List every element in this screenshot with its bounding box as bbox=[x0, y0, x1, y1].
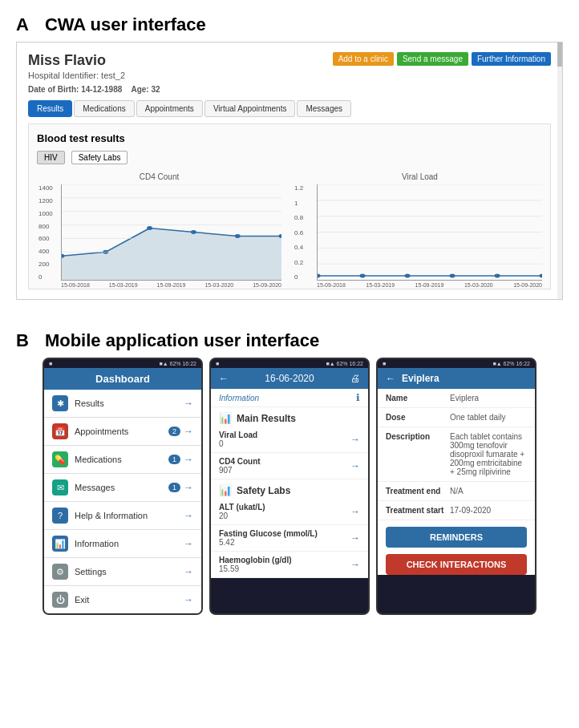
scrollbar[interactable] bbox=[557, 42, 562, 299]
add-to-clinic-button[interactable]: Add to a clinic bbox=[333, 52, 394, 66]
name-value: Eviplera bbox=[450, 394, 527, 402]
med-dose-row: Dose One tablet daily bbox=[378, 408, 535, 427]
sub-tabs: HIV Safety Labs bbox=[37, 151, 542, 164]
patient-name: Miss Flavio bbox=[28, 52, 125, 69]
phone2-header: ← 16-06-2020 🖨 bbox=[211, 368, 368, 389]
check-interactions-button[interactable]: CHECK INTERACTIONS bbox=[386, 554, 527, 575]
viral-load-label: Viral Load bbox=[219, 431, 257, 439]
action-buttons: Add to a clinic Send a message Further I… bbox=[333, 52, 551, 66]
results-arrow-icon: → bbox=[184, 398, 193, 409]
haemoglobin-label: Haemoglobin (g/dl) bbox=[219, 556, 292, 564]
treatment-start-value: 17-09-2020 bbox=[450, 506, 527, 515]
info-label: Information bbox=[219, 394, 259, 402]
results-icon: ✱ bbox=[52, 395, 68, 411]
cd4-x-labels: 15-09-201815-03-201915-09-201915-03-2020… bbox=[61, 282, 281, 288]
tab-messages[interactable]: Messages bbox=[297, 100, 351, 117]
sub-tab-hiv[interactable]: HIV bbox=[37, 151, 65, 164]
cwa-content: Blood test results HIV Safety Labs CD4 C… bbox=[28, 123, 551, 289]
messages-badge: 1 bbox=[168, 483, 180, 492]
cd4-arrow-icon[interactable]: → bbox=[350, 460, 360, 471]
haemoglobin-arrow-icon[interactable]: → bbox=[350, 559, 360, 570]
appointments-icon: 📅 bbox=[52, 423, 68, 439]
phone2-date: 16-06-2020 bbox=[265, 373, 314, 384]
appointments-badge: 2 bbox=[168, 427, 180, 436]
dashboard-menu: ✱ Results → 📅 Appointments 2 → 💊 Medicat… bbox=[44, 390, 201, 613]
info-icon: ℹ bbox=[356, 392, 360, 403]
cd4-count-row[interactable]: CD4 Count 907 → bbox=[211, 453, 368, 479]
tab-medications[interactable]: Medications bbox=[74, 100, 134, 117]
menu-item-messages[interactable]: ✉ Messages 1 → bbox=[44, 474, 201, 502]
glucose-arrow-icon[interactable]: → bbox=[350, 532, 360, 544]
section-b-label: B Mobile application user interface bbox=[0, 316, 579, 358]
svg-point-18 bbox=[495, 274, 500, 278]
print-icon[interactable]: 🖨 bbox=[350, 373, 360, 384]
viral-load-row[interactable]: Viral Load 0 → bbox=[211, 427, 368, 453]
treatment-end-label: Treatment end bbox=[386, 487, 450, 495]
viral-x-labels: 15-09-201815-03-201915-09-201915-03-2020… bbox=[317, 282, 542, 288]
menu-item-settings[interactable]: ⚙ Settings → bbox=[44, 558, 201, 586]
help-icon: ? bbox=[52, 508, 68, 524]
tab-appointments[interactable]: Appointments bbox=[136, 100, 203, 117]
haemoglobin-row[interactable]: Haemoglobin (g/dl) 15.59 → bbox=[211, 552, 368, 578]
cwa-container: Miss Flavio Hospital Identifier: test_2 … bbox=[16, 42, 563, 300]
svg-point-4 bbox=[191, 230, 196, 234]
further-info-button[interactable]: Further Information bbox=[472, 52, 551, 66]
cd4-chart-title: CD4 Count bbox=[37, 172, 281, 181]
menu-item-information[interactable]: 📊 Information → bbox=[44, 530, 201, 558]
alt-row[interactable]: ALT (ukat/L) 20 → bbox=[211, 499, 368, 525]
menu-label-information: Information bbox=[75, 539, 184, 548]
glucose-label: Fasting Glucose (mmol/L) bbox=[219, 529, 318, 538]
svg-point-15 bbox=[360, 274, 366, 278]
main-results-header: 📊 Main Results bbox=[211, 407, 368, 427]
back-arrow-icon[interactable]: ← bbox=[219, 373, 229, 384]
menu-item-appointments[interactable]: 📅 Appointments 2 → bbox=[44, 418, 201, 446]
viral-load-arrow-icon[interactable]: → bbox=[350, 434, 360, 445]
svg-point-3 bbox=[147, 226, 152, 230]
messages-arrow-icon: → bbox=[184, 482, 193, 493]
send-message-button[interactable]: Send a message bbox=[397, 52, 468, 66]
phone3-header: ← Eviplera bbox=[378, 368, 535, 389]
back-arrow2-icon[interactable]: ← bbox=[386, 373, 395, 384]
medications-icon: 💊 bbox=[52, 451, 68, 467]
tab-results[interactable]: Results bbox=[28, 100, 72, 117]
med-description-row: Description Each tablet contains 300mg t… bbox=[378, 427, 535, 482]
glucose-row[interactable]: Fasting Glucose (mmol/L) 5.42 → bbox=[211, 525, 368, 552]
blood-test-title: Blood test results bbox=[37, 132, 542, 144]
viral-chart-section: Viral Load 1.210.80.60.40.20 bbox=[298, 172, 542, 281]
information-icon: 📊 bbox=[52, 536, 68, 552]
viral-chart-area bbox=[317, 184, 542, 281]
menu-item-exit[interactable]: ⏻ Exit → bbox=[44, 586, 201, 613]
patient-hospital-id: Hospital Identifier: test_2 bbox=[28, 71, 125, 80]
info-label-row: Information ℹ bbox=[211, 389, 368, 407]
dose-label: Dose bbox=[386, 413, 450, 422]
cd4-chart-area bbox=[61, 184, 281, 281]
dose-value: One tablet daily bbox=[450, 413, 527, 422]
menu-item-medications[interactable]: 💊 Medications 1 → bbox=[44, 446, 201, 474]
main-results-title: Main Results bbox=[237, 413, 296, 424]
menu-item-results[interactable]: ✱ Results → bbox=[44, 390, 201, 418]
tab-virtual-appointments[interactable]: Virtual Appointments bbox=[204, 100, 296, 117]
svg-point-19 bbox=[540, 274, 543, 278]
safety-chart-icon: 📊 bbox=[219, 484, 232, 496]
med-name-row: Name Eviplera bbox=[378, 389, 535, 408]
reminders-button[interactable]: REMINDERS bbox=[386, 527, 527, 548]
chart-bar-icon: 📊 bbox=[219, 412, 232, 424]
menu-label-appointments: Appointments bbox=[75, 427, 168, 436]
menu-item-help[interactable]: ? Help & Information → bbox=[44, 502, 201, 530]
dashboard-header: Dashboard bbox=[44, 368, 201, 390]
phone1-status-bar: ■ ■▲ 62% 16:22 bbox=[44, 359, 201, 368]
phone2-body: Information ℹ 📊 Main Results Viral Load … bbox=[211, 389, 368, 578]
svg-point-17 bbox=[450, 274, 456, 278]
scrollbar-thumb[interactable] bbox=[557, 42, 562, 67]
sub-tab-safety-labs[interactable]: Safety Labs bbox=[71, 151, 128, 164]
settings-icon: ⚙ bbox=[52, 564, 68, 580]
glucose-value: 5.42 bbox=[219, 538, 318, 547]
menu-label-settings: Settings bbox=[75, 567, 184, 576]
safety-labs-title: Safety Labs bbox=[237, 485, 290, 496]
viral-chart-title: Viral Load bbox=[298, 172, 542, 181]
phones-row: ■ ■▲ 62% 16:22 Dashboard ✱ Results → 📅 A… bbox=[8, 358, 571, 615]
alt-label: ALT (ukat/L) bbox=[219, 503, 265, 512]
med-treatment-end-row: Treatment end N/A bbox=[378, 482, 535, 501]
medication-name-header: Eviplera bbox=[402, 373, 439, 384]
alt-arrow-icon[interactable]: → bbox=[350, 506, 360, 517]
